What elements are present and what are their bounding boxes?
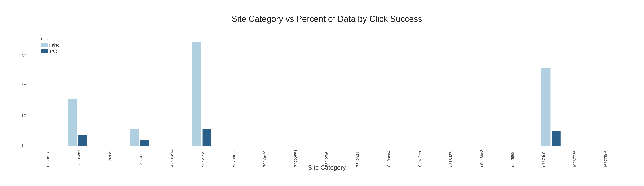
x-labels-row: 0569f928 28905ebd 335d28a8 3e814130 42a3… [31, 149, 623, 167]
legend-item-true: True [41, 49, 60, 54]
x-label-5378d028: 5378d028 [218, 149, 250, 167]
y-tick-0: 0 [22, 143, 25, 148]
x-label-76b2941d: 76b2941d [342, 149, 373, 167]
x-label-50e219e0: 50e219e0 [188, 149, 218, 167]
legend-title: click [41, 36, 60, 41]
bar-false-f0287726 [541, 68, 550, 146]
bar-false-3e814130 [130, 129, 139, 146]
bars-svg [31, 29, 623, 146]
bar-true-28905ebd [78, 135, 87, 146]
bar-false-28905ebd [68, 99, 77, 146]
x-label-dedf689d: dedf689d [497, 149, 528, 167]
x-label-9ccfa2ea: 9ccfa2ea [404, 149, 435, 167]
x-label-f66779e6: f66779e6 [590, 149, 621, 167]
bar-true-f0287726 [552, 131, 560, 146]
y-tick-10: 10 [21, 113, 26, 118]
x-label-28905ebd: 28905ebd [64, 149, 95, 167]
x-label-72722551: 72722551 [280, 149, 312, 167]
x-label-c0dd3be3: c0dd3be3 [466, 149, 497, 167]
x-label-0569f928: 0569f928 [33, 149, 64, 167]
chart-title: Site Category vs Percent of Data by Clic… [30, 14, 623, 24]
legend-label-false: False [49, 43, 60, 48]
legend-item-false: False [41, 43, 60, 48]
bar-false-50e219e0 [192, 42, 201, 146]
x-label-a818d37a: a818d37a [436, 149, 466, 167]
x-label-f0287726: f0287726 [559, 149, 590, 167]
legend: click False True [38, 34, 63, 57]
x-label-e787de0e: e787de0e [528, 149, 559, 167]
legend-color-false [41, 43, 48, 47]
bar-true-50e219e0 [202, 129, 211, 146]
legend-label-true: True [49, 49, 58, 54]
chart-area: 0 10 20 30 [30, 29, 623, 146]
x-label-8fd0aea4: 8fd0aea4 [373, 149, 404, 167]
legend-color-true [41, 49, 48, 53]
bar-true-3e814130 [140, 140, 149, 146]
x-label-75fa27f6: 75fa27f6 [312, 149, 342, 167]
x-label-3e814130: 3e814130 [126, 149, 156, 167]
y-tick-20: 20 [21, 83, 26, 89]
chart-container: Site Category vs Percent of Data by Clic… [11, 7, 633, 179]
x-label-335d28a8: 335d28a8 [95, 149, 126, 167]
y-tick-30: 30 [21, 53, 26, 59]
x-label-42a36e14: 42a36e14 [156, 149, 188, 167]
x-label-70fb0e29: 70fb0e29 [250, 149, 280, 167]
